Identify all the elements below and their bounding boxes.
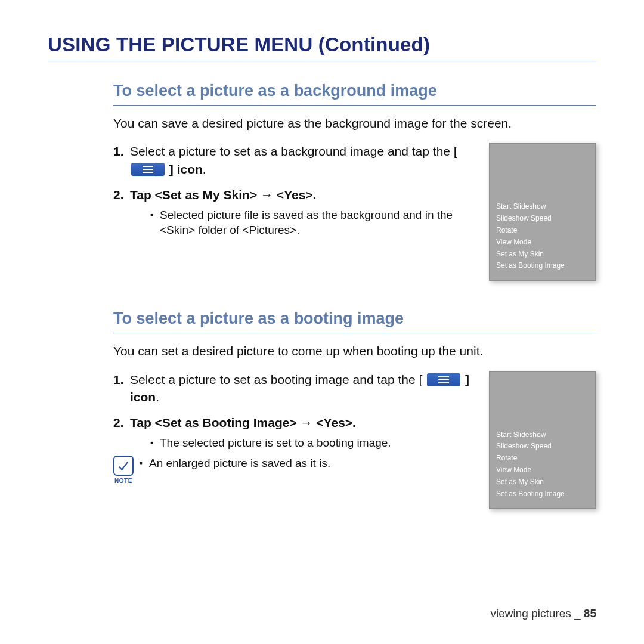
step-text: Select a picture to set as a background …: [130, 144, 457, 158]
page-footer: viewing pictures _ 85: [491, 607, 596, 620]
step-number: 1.: [113, 143, 124, 160]
section1-step1: 1. Select a picture to set as a backgrou…: [113, 143, 478, 178]
page-number: 85: [584, 607, 596, 620]
menu-item: Set as Booting Image: [496, 260, 596, 272]
section2-intro: You can set a desired picture to come up…: [113, 343, 596, 360]
menu-item: View Mode: [496, 465, 596, 476]
menu-item: Set as My Skin: [496, 476, 596, 488]
menu-item: Start Slideshow: [496, 201, 596, 213]
section2-bullet: The selected picture is set to a booting…: [150, 435, 478, 451]
section2-step1: 1. Select a picture to set as booting im…: [113, 371, 478, 406]
device-screenshot-menu: Start Slideshow Slideshow Speed Rotate V…: [489, 143, 596, 281]
period: .: [156, 390, 159, 404]
menu-item: Rotate: [496, 225, 596, 237]
section1-bullet: Selected picture file is saved as the ba…: [150, 208, 478, 238]
section-heading-booting: To select a picture as a booting image: [113, 309, 596, 333]
menu-item: Set as My Skin: [496, 249, 596, 261]
step-text-b: ] icon: [166, 162, 203, 176]
page-title: USING THE PICTURE MENU (Continued): [48, 33, 596, 61]
step-text: Select a picture to set as booting image…: [130, 373, 426, 386]
menu-item: View Mode: [496, 237, 596, 249]
menu-item: Set as Booting Image: [496, 488, 596, 500]
section1-step2: 2. Tap <Set as My Skin> → <Yes>. Selecte…: [113, 186, 478, 238]
menu-icon: [427, 373, 460, 386]
step-number: 2.: [113, 414, 124, 431]
step-number: 2.: [113, 186, 124, 203]
menu-item: Rotate: [496, 453, 596, 465]
section1-intro: You can save a desired picture as the ba…: [113, 115, 596, 132]
menu-icon: [131, 163, 165, 176]
period: .: [203, 162, 206, 176]
note-text: An enlarged picture is saved as it is.: [140, 456, 330, 471]
section2-step2: 2. Tap <Set as Booting Image> → <Yes>. T…: [113, 414, 478, 485]
note-icon: [113, 456, 134, 476]
step-text: Tap <Set as My Skin> → <Yes>.: [130, 188, 316, 202]
step-number: 1.: [113, 371, 124, 388]
footer-label: viewing pictures _: [491, 607, 584, 620]
section-heading-background: To select a picture as a background imag…: [113, 82, 596, 106]
menu-item: Start Slideshow: [496, 429, 596, 441]
device-screenshot-menu: Start Slideshow Slideshow Speed Rotate V…: [489, 371, 596, 509]
menu-item: Slideshow Speed: [496, 441, 596, 453]
note-label: NOTE: [114, 477, 132, 485]
step-text: Tap <Set as Booting Image> → <Yes>.: [130, 416, 356, 429]
menu-item: Slideshow Speed: [496, 213, 596, 225]
